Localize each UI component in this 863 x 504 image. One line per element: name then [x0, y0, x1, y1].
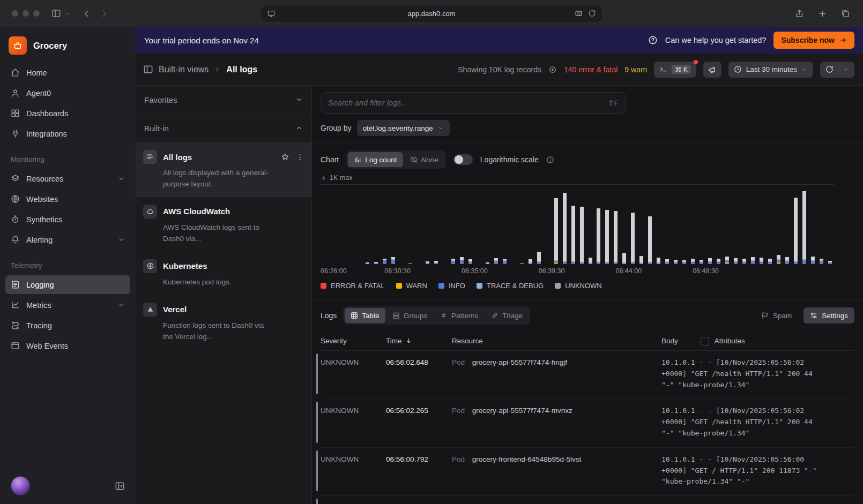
- views-panel-icon[interactable]: [143, 64, 153, 74]
- share-icon[interactable]: [795, 9, 804, 18]
- view-item-all-logs[interactable]: All logs All logs displayed with a gener…: [136, 142, 311, 197]
- sidebar-item-alerting[interactable]: Alerting: [5, 230, 130, 249]
- live-indicator-icon[interactable]: [548, 65, 557, 74]
- table-row[interactable]: UNKNOWN 06:56:02.265 Pod grocery-api-555…: [321, 399, 854, 447]
- attributes-checkbox[interactable]: [701, 337, 709, 345]
- column-severity[interactable]: Severity: [321, 337, 386, 345]
- attributes-toggle[interactable]: Attributes: [701, 337, 745, 345]
- view-item-kubernetes[interactable]: Kubernetes Kubernetes pod logs.: [136, 252, 311, 295]
- chart-label: Chart: [321, 155, 339, 164]
- arrow-right-icon: [839, 36, 847, 44]
- kebab-menu-icon[interactable]: [296, 153, 304, 161]
- sidebar-item-home[interactable]: Home: [5, 63, 130, 82]
- chevron-down-icon: [801, 66, 808, 73]
- legend-item[interactable]: UNKNOWN: [555, 282, 602, 290]
- chevron-down-icon[interactable]: [118, 302, 125, 309]
- chart-mode-log-count[interactable]: Log count: [348, 152, 403, 167]
- minimize-window-button[interactable]: [23, 10, 29, 17]
- sidebar-item-label: Tracing: [26, 321, 52, 330]
- sidebar-item-resources[interactable]: Resources: [5, 169, 130, 188]
- reload-icon[interactable]: [589, 10, 596, 17]
- table-row[interactable]: UNKNOWN 06:56:02.648 Pod grocery-api-555…: [321, 351, 854, 399]
- divider: [312, 299, 863, 300]
- sidebar-item-logging[interactable]: Logging: [5, 275, 130, 294]
- subscribe-button[interactable]: Subscribe now: [773, 32, 854, 49]
- column-label[interactable]: Body: [661, 337, 678, 345]
- builtin-section-header[interactable]: Built-in: [136, 114, 311, 142]
- info-icon[interactable]: [546, 156, 554, 164]
- chevron-down-icon[interactable]: [118, 236, 125, 243]
- resource-name[interactable]: grocery-frontend-64548b95d-5lvst: [472, 455, 581, 463]
- error-count-badge[interactable]: 140 error & fatal: [564, 65, 618, 74]
- sidebar-item-websites[interactable]: Websites: [5, 190, 130, 208]
- tab-table[interactable]: Table: [345, 308, 385, 323]
- chart-legend: ERROR & FATAL WARN INFO TRACE & DEBUG UN…: [321, 282, 834, 290]
- spam-button[interactable]: Spam: [755, 307, 798, 324]
- resource-kind: Pod: [452, 407, 465, 415]
- close-window-button[interactable]: [12, 10, 18, 17]
- page-settings-icon[interactable]: [575, 9, 583, 18]
- severity-accent: [316, 353, 318, 394]
- sidebar-item-label: Synthetics: [26, 215, 62, 224]
- chart-bars[interactable]: [321, 185, 834, 264]
- address-bar[interactable]: app.dash0.com: [262, 5, 602, 22]
- resource-name[interactable]: grocery-api-55577f7474-mvnxz: [472, 407, 572, 415]
- table-row[interactable]: UNKNOWN 06:55:57.648 Pod grocery-api-555…: [321, 496, 854, 504]
- tab-triage[interactable]: Triage: [485, 308, 529, 323]
- legend-item[interactable]: INFO: [438, 282, 465, 290]
- severity-cell: UNKNOWN: [321, 405, 386, 415]
- legend-item[interactable]: ERROR & FATAL: [321, 282, 385, 290]
- org-switcher[interactable]: Grocery: [5, 33, 130, 63]
- column-resource[interactable]: Resource: [452, 337, 661, 345]
- view-item-aws-cloudwatch[interactable]: AWS CloudWatch AWS CloudWatch logs sent …: [136, 197, 311, 252]
- sidebar-item-integrations[interactable]: Integrations: [5, 124, 130, 143]
- browser-forward-icon[interactable]: [100, 9, 109, 18]
- chevron-down-icon[interactable]: [64, 11, 70, 17]
- search-input[interactable]: [328, 99, 604, 107]
- resource-name[interactable]: grocery-api-55577f7474-hngjf: [472, 358, 567, 366]
- new-tab-icon[interactable]: [818, 9, 827, 18]
- browser-back-icon[interactable]: [82, 9, 91, 18]
- logs-icon: [11, 280, 20, 289]
- sidebar-item-agent0[interactable]: Agent0: [5, 84, 130, 102]
- sidebar-item-dashboards[interactable]: Dashboards: [5, 104, 130, 123]
- log-scale-toggle[interactable]: [453, 154, 473, 165]
- chevron-down-icon[interactable]: [118, 175, 125, 182]
- tab-groups[interactable]: Groups: [386, 308, 433, 323]
- refresh-split-button[interactable]: [820, 62, 854, 78]
- sidebar-item-label: Integrations: [26, 130, 67, 138]
- view-item-vercel[interactable]: Vercel Function logs sent to Dash0 via t…: [136, 295, 311, 350]
- search-box[interactable]: ⇧F: [321, 92, 626, 114]
- command-palette-button[interactable]: ⌘ K: [654, 62, 696, 78]
- star-icon[interactable]: [281, 153, 289, 161]
- tab-patterns[interactable]: Patterns: [434, 308, 484, 323]
- time-range-button[interactable]: Last 30 minutes: [728, 62, 813, 78]
- browser-sidebar-icon[interactable]: [51, 9, 61, 18]
- refresh-icon[interactable]: [825, 65, 834, 73]
- zoom-window-button[interactable]: [33, 10, 40, 17]
- resource-cell: Pod grocery-api-55577f7474-hngjf: [452, 357, 661, 366]
- announcements-button[interactable]: [703, 62, 721, 78]
- chevron-down-icon[interactable]: [843, 66, 849, 73]
- settings-button[interactable]: Settings: [804, 307, 854, 324]
- legend-item[interactable]: WARN: [396, 282, 427, 290]
- legend-item[interactable]: TRACE & DEBUG: [477, 282, 544, 290]
- sidebar-item-tracing[interactable]: Tracing: [5, 316, 130, 335]
- collapse-sidebar-icon[interactable]: [115, 481, 125, 491]
- sidebar-item-synthetics[interactable]: Synthetics: [5, 210, 130, 229]
- help-circle-icon[interactable]: [648, 35, 658, 45]
- body-cell: 10.1.0.1 - - [10/Nov/2025:05:56:00 +0000…: [661, 454, 822, 487]
- sidebar-item-web-events[interactable]: Web Events: [5, 336, 130, 355]
- legend-swatch: [477, 283, 482, 289]
- chart-mode-none[interactable]: None: [404, 152, 444, 167]
- user-avatar[interactable]: [11, 476, 30, 495]
- favorites-section-header[interactable]: Favorites: [136, 86, 311, 114]
- group-by-select[interactable]: otel.log.severity.range: [357, 120, 450, 136]
- tab-overview-icon[interactable]: [841, 9, 850, 18]
- warn-count-badge[interactable]: 9 warn: [624, 65, 647, 74]
- column-time[interactable]: Time: [386, 337, 452, 345]
- breadcrumb-parent[interactable]: Built-in views: [159, 65, 209, 74]
- tab-label: Groups: [404, 312, 427, 320]
- table-row[interactable]: UNKNOWN 06:56:00.792 Pod grocery-fronten…: [321, 448, 854, 496]
- sidebar-item-metrics[interactable]: Metrics: [5, 296, 130, 314]
